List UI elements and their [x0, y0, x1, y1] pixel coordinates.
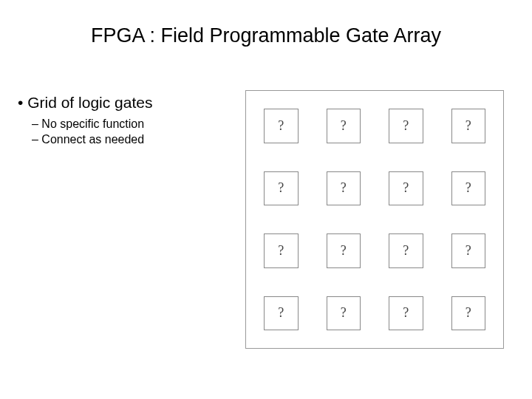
gate-cell: ? [264, 296, 299, 331]
gate-cell: ? [451, 296, 486, 331]
gate-cell: ? [264, 233, 299, 268]
fpga-grid: ? ? ? ? ? ? ? ? ? ? ? ? ? ? ? ? [264, 109, 485, 330]
gate-cell: ? [389, 233, 423, 268]
sub-bullet-item: Connect as needed [32, 132, 144, 148]
sub-bullet-item: No specific function [32, 117, 144, 132]
gate-cell: ? [389, 296, 423, 331]
gate-cell: ? [451, 109, 486, 143]
gate-cell: ? [327, 171, 361, 206]
gate-cell: ? [389, 109, 423, 143]
gate-cell: ? [264, 109, 299, 143]
gate-cell: ? [451, 171, 486, 206]
gate-cell: ? [264, 171, 299, 206]
gate-cell: ? [451, 233, 486, 268]
slide-title: FPGA : Field Programmable Gate Array [0, 24, 532, 47]
gate-cell: ? [327, 233, 361, 268]
gate-cell: ? [327, 109, 361, 143]
fpga-grid-frame: ? ? ? ? ? ? ? ? ? ? ? ? ? ? ? ? [245, 90, 504, 349]
sub-bullet-list: No specific function Connect as needed [32, 117, 144, 148]
gate-cell: ? [389, 171, 423, 206]
main-bullet: Grid of logic gates [18, 94, 152, 112]
gate-cell: ? [327, 296, 361, 331]
